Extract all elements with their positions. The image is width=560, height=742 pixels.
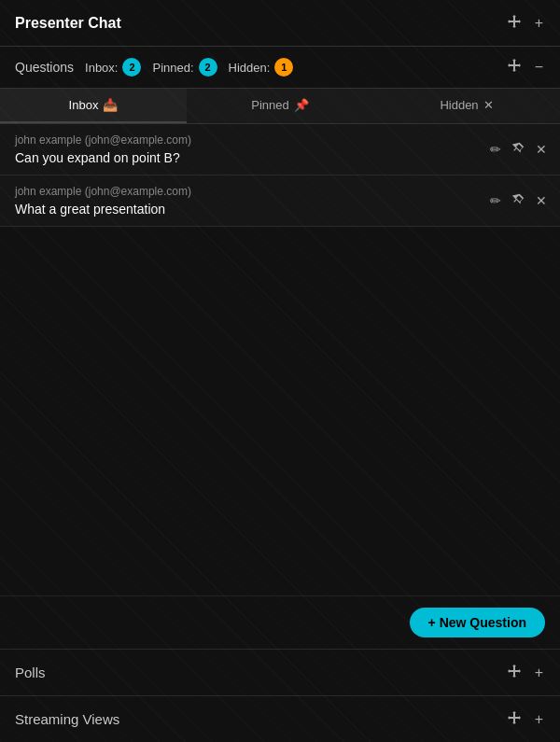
app-container: Presenter Chat + Questions Inbox: 2 Pinn… — [0, 0, 560, 742]
empty-area — [0, 360, 560, 596]
